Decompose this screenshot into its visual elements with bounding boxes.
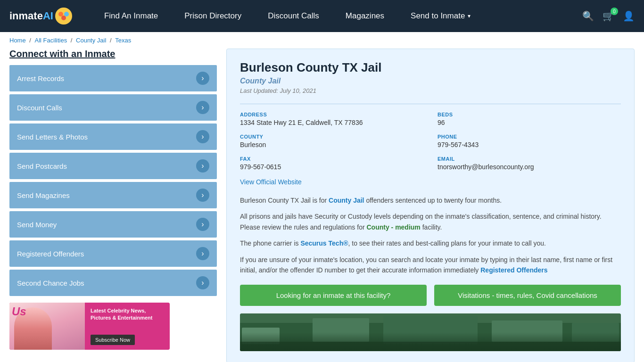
facility-image xyxy=(240,313,621,351)
logo-icon xyxy=(55,8,72,25)
arrow-icon: › xyxy=(196,276,209,289)
find-inmate-facility-button[interactable]: Looking for an inmate at this facility? xyxy=(240,285,427,306)
main-layout: Connect with an Inmate Arrest Records › … xyxy=(0,49,644,362)
svg-rect-11 xyxy=(240,342,621,351)
county-field: COUNTY Burleson xyxy=(240,134,423,148)
svg-rect-6 xyxy=(313,318,369,342)
svg-point-2 xyxy=(64,12,69,16)
email-field: EMAIL tnorsworthy@burlesoncounty.org xyxy=(438,156,621,171)
user-button[interactable]: 👤 xyxy=(623,10,635,22)
sidebar-item-second-chance-jobs[interactable]: Second Chance Jobs › xyxy=(9,270,217,296)
address-field: ADDRESS 1334 State Hwy 21 E, Caldwell, T… xyxy=(240,112,423,126)
facility-last-updated: Last Updated: July 10, 2021 xyxy=(240,87,621,94)
ad-banner[interactable]: Us Latest Celebrity News, Pictures & Ent… xyxy=(9,303,170,350)
sidebar-item-send-money[interactable]: Send Money › xyxy=(9,211,217,238)
breadcrumb-home[interactable]: Home xyxy=(9,37,26,44)
facility-type: County Jail xyxy=(240,77,621,85)
svg-rect-9 xyxy=(242,328,280,344)
arrow-icon: › xyxy=(196,247,209,260)
sidebar-title: Connect with an Inmate xyxy=(9,49,217,59)
arrow-icon: › xyxy=(196,72,209,85)
nav-magazines[interactable]: Magazines xyxy=(332,0,397,32)
dropdown-arrow-icon: ▾ xyxy=(468,13,471,19)
sidebar-item-discount-calls[interactable]: Discount Calls › xyxy=(9,94,217,121)
county-medium-link[interactable]: County - medium xyxy=(366,223,420,231)
nav-find-inmate[interactable]: Find An Inmate xyxy=(91,0,171,32)
facility-desc-1: Burleson County TX Jail is for County Ja… xyxy=(240,195,621,206)
sidebar-item-registered-offenders[interactable]: Registered Offenders › xyxy=(9,240,217,267)
facility-aerial-image xyxy=(240,313,621,351)
fax-field: FAX 979-567-0615 xyxy=(240,156,423,171)
beds-field: BEDS 96 xyxy=(438,112,621,126)
facility-desc-2: All prisons and jails have Security or C… xyxy=(240,211,621,232)
svg-point-3 xyxy=(61,16,66,20)
breadcrumb-county-jail[interactable]: County Jail xyxy=(76,37,106,44)
arrow-icon: › xyxy=(196,189,209,202)
facility-name: Burleson County TX Jail xyxy=(240,60,621,75)
ad-content: Latest Celebrity News, Pictures & Entert… xyxy=(85,303,170,350)
svg-rect-7 xyxy=(383,316,478,344)
facility-desc-3: The phone carrier is Securus Tech®, to s… xyxy=(240,238,621,248)
breadcrumb-all-facilities[interactable]: All Facilities xyxy=(35,37,67,44)
arrow-icon: › xyxy=(196,130,209,143)
arrow-icon: › xyxy=(196,218,209,231)
cart-button[interactable]: 🛒 0 xyxy=(603,10,614,22)
ad-tagline: Latest Celebrity News, Pictures & Entert… xyxy=(91,307,164,322)
logo-text: inmateAI xyxy=(9,10,53,22)
nav-discount-calls[interactable]: Discount Calls xyxy=(255,0,332,32)
securus-link[interactable]: Securus Tech® xyxy=(300,239,348,247)
breadcrumb: Home / All Facilities / County Jail / Te… xyxy=(0,32,644,49)
facility-desc-4: If you are unsure of your inmate's locat… xyxy=(240,255,621,276)
site-logo[interactable]: inmateAI xyxy=(9,8,72,25)
svg-point-1 xyxy=(58,12,63,16)
facility-card: Burleson County TX Jail County Jail Last… xyxy=(226,49,635,362)
navbar: inmateAI Find An Inmate Prison Directory… xyxy=(0,0,644,32)
breadcrumb-state[interactable]: Texas xyxy=(115,37,131,44)
phone-field: PHONE 979-567-4343 xyxy=(438,134,621,148)
ad-subscribe-button[interactable]: Subscribe Now xyxy=(91,335,135,345)
visitations-button[interactable]: Visitations - times, rules, Covid cancel… xyxy=(434,285,621,306)
sidebar: Connect with an Inmate Arrest Records › … xyxy=(9,49,217,350)
arrow-icon: › xyxy=(196,159,209,173)
svg-rect-10 xyxy=(572,323,619,342)
ad-logo-overlay: Us xyxy=(12,305,26,318)
svg-rect-8 xyxy=(492,321,562,342)
nav-links: Find An Inmate Prison Directory Discount… xyxy=(91,0,582,32)
search-button[interactable]: 🔍 xyxy=(582,10,594,22)
county-jail-link-1[interactable]: County Jail xyxy=(329,197,364,204)
cart-badge: 0 xyxy=(611,8,618,15)
sidebar-item-send-magazines[interactable]: Send Magazines › xyxy=(9,182,217,208)
arrow-icon: › xyxy=(196,101,209,114)
nav-send-to-inmate[interactable]: Send to Inmate ▾ xyxy=(397,0,484,32)
registered-offenders-link[interactable]: Registered Offenders xyxy=(480,266,547,274)
nav-icons: 🔍 🛒 0 👤 xyxy=(582,10,635,22)
sidebar-item-send-letters-photos[interactable]: Send Letters & Photos › xyxy=(9,123,217,150)
nav-prison-directory[interactable]: Prison Directory xyxy=(171,0,255,32)
view-website-link[interactable]: View Official Website xyxy=(240,178,302,186)
facility-action-buttons: Looking for an inmate at this facility? … xyxy=(240,285,621,306)
ad-image: Us xyxy=(9,303,85,350)
sidebar-item-arrest-records[interactable]: Arrest Records › xyxy=(9,65,217,91)
facility-info-grid: ADDRESS 1334 State Hwy 21 E, Caldwell, T… xyxy=(240,104,621,171)
sidebar-item-send-postcards[interactable]: Send Postcards › xyxy=(9,153,217,179)
